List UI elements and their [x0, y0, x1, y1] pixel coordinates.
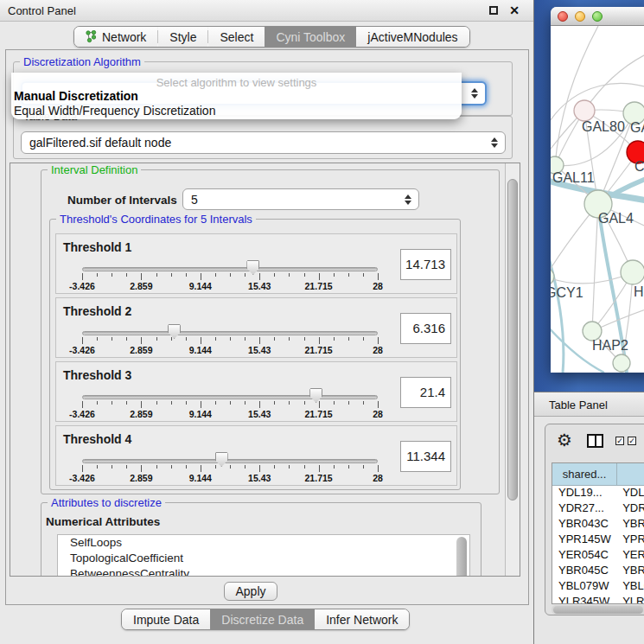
cell-name[interactable]: YLR3	[617, 595, 644, 604]
threshold-2-slider[interactable]: -3.4262.8599.14415.4321.71528	[82, 322, 378, 357]
tab-discretize-data[interactable]: Discretize Data	[210, 609, 315, 629]
network-canvas[interactable]: GAL80 GA C GAL11 GAL4 GCY1 H HAP2	[551, 26, 644, 373]
slider-ticks	[82, 273, 378, 281]
cell-name[interactable]: YBR0	[617, 517, 644, 532]
threshold-2-panel: Threshold 2 -3.4262.8599.14415.4321.7152…	[55, 297, 457, 358]
dropdown-option-equal-width[interactable]: Equal Width/Frequency Discretization	[14, 104, 215, 118]
threshold-3-slider[interactable]: -3.4262.8599.14415.4321.71528	[82, 386, 378, 421]
threshold-2-label: Threshold 2	[63, 304, 131, 318]
tab-jactivemnodules[interactable]: jActiveMNodules	[356, 27, 469, 47]
table-row[interactable]: YBR045C YBR0	[552, 564, 644, 579]
thresholds-title: Threshold's Coordinates for 5 Intervals	[56, 213, 256, 226]
cell-name[interactable]: YDR2	[617, 501, 644, 517]
tick-label: 21.715	[305, 473, 333, 483]
slider-track[interactable]	[82, 331, 378, 335]
table-data-value: galFiltered.sif default node	[29, 136, 171, 150]
tab-style[interactable]: Style	[158, 27, 207, 47]
threshold-4-value-field[interactable]: 11.344	[400, 441, 451, 472]
node-label: GAL80	[582, 119, 625, 134]
tab-impute-data-label: Impute Data	[133, 613, 199, 627]
tab-select[interactable]: Select	[208, 27, 265, 47]
columns-icon[interactable]	[587, 434, 603, 448]
zoom-traffic-light-icon[interactable]	[592, 11, 603, 22]
close-icon[interactable]: ✕	[509, 3, 520, 17]
table-row[interactable]: YDR27... YDR2	[552, 501, 644, 517]
minimize-traffic-light-icon[interactable]	[575, 11, 585, 22]
tab-infer-network[interactable]: Infer Network	[315, 609, 409, 629]
combo-arrows-icon	[404, 194, 411, 206]
table-row[interactable]: YPR145W YPR1	[552, 532, 644, 548]
cell-name[interactable]: YBL0	[617, 579, 644, 595]
node-label: H	[634, 284, 644, 299]
cell-shared-name[interactable]: YBR045C	[552, 564, 617, 579]
num-intervals-combobox[interactable]: 5	[182, 188, 419, 210]
cell-name[interactable]: YDL1	[617, 486, 644, 501]
scrollbar-thumb[interactable]	[507, 179, 518, 501]
node-bottom[interactable]	[613, 354, 630, 372]
checkbox-icon[interactable]: ✓	[628, 437, 636, 445]
numerical-attributes-list[interactable]: SelfLoopsTopologicalCoefficientBetweenne…	[57, 534, 470, 577]
settings-vertical-scrollbar[interactable]	[505, 163, 520, 576]
cell-shared-name[interactable]: YDL19...	[552, 486, 617, 501]
list-item[interactable]: SelfLoops	[58, 535, 469, 551]
node-gal80[interactable]	[574, 100, 595, 121]
checkbox-icon[interactable]: ✓	[615, 437, 624, 445]
tab-cyni-toolbox[interactable]: Cyni Toolbox	[265, 27, 356, 47]
apply-button[interactable]: Apply	[224, 582, 277, 601]
table-row[interactable]: YDL19... YDL1	[552, 486, 644, 501]
threshold-3-value-field[interactable]: 21.4	[400, 377, 451, 408]
table-horizontal-scrollbar[interactable]	[552, 605, 644, 615]
cell-shared-name[interactable]: YDR27...	[552, 501, 617, 517]
tick-label: 9.144	[189, 281, 212, 291]
tab-network-label: Network	[102, 30, 146, 44]
dropdown-option-manual[interactable]: Manual Discretization	[14, 89, 138, 103]
node-label: GCY1	[551, 285, 583, 300]
node-h[interactable]	[621, 260, 644, 284]
threshold-1-value-field[interactable]: 14.713	[400, 249, 451, 280]
list-scrollbar[interactable]	[456, 537, 467, 577]
control-panel-titlebar: Control Panel ✕	[0, 0, 533, 22]
tab-impute-data[interactable]: Impute Data	[122, 609, 210, 629]
table-data-combobox[interactable]: galFiltered.sif default node	[21, 131, 506, 154]
cell-shared-name[interactable]: YER054C	[552, 548, 617, 564]
node-gcy1[interactable]	[551, 268, 554, 285]
column-header-name[interactable]: na	[617, 463, 644, 486]
tick-label: 9.144	[189, 473, 212, 483]
cell-name[interactable]: YER0	[617, 548, 644, 564]
threshold-1-panel: Threshold 1 -3.4262.8599.14415.4321.7152…	[55, 233, 457, 294]
scrollbar-thumb[interactable]	[553, 606, 643, 614]
list-item[interactable]: BetweennessCentrality	[58, 566, 469, 577]
bottom-tabbar: Impute Data Discretize Data Infer Networ…	[121, 609, 410, 630]
threshold-1-slider[interactable]: -3.4262.8599.14415.4321.71528	[82, 258, 378, 293]
list-item[interactable]: TopologicalCoefficient	[58, 551, 469, 566]
table-body: YDL19... YDL1 YDR27... YDR2 YBR043C YBR0	[552, 486, 644, 604]
cell-shared-name[interactable]: YBL079W	[552, 579, 617, 595]
close-traffic-light-icon[interactable]	[558, 11, 568, 22]
table-row[interactable]: YBL079W YBL0	[552, 579, 644, 595]
cell-shared-name[interactable]: YPR145W	[552, 532, 617, 548]
network-window-titlebar	[551, 7, 644, 26]
slider-ticks	[82, 337, 378, 345]
network-nodes[interactable]	[551, 100, 644, 372]
table-row[interactable]: YBR043C YBR0	[552, 517, 644, 532]
cell-shared-name[interactable]: YBR043C	[552, 517, 617, 532]
tab-network[interactable]: Network	[74, 27, 157, 47]
cell-name[interactable]: YPR1	[617, 532, 644, 548]
slider-track[interactable]	[82, 267, 378, 271]
tick-label: 9.144	[189, 409, 212, 419]
top-tabbar: Network Style Select Cyni Toolbox jActiv…	[73, 26, 470, 48]
table-data-group: Table Data galFiltered.sif default node	[13, 116, 513, 159]
tick-label: 2.859	[130, 345, 152, 355]
table-row[interactable]: YLR345W YLR3	[552, 595, 644, 604]
slider-track[interactable]	[82, 459, 378, 463]
tick-label: 21.715	[305, 281, 333, 291]
gear-icon[interactable]: ⚙	[557, 430, 572, 450]
column-header-shared-name[interactable]: shared...	[552, 463, 617, 486]
cell-shared-name[interactable]: YLR345W	[552, 595, 617, 604]
float-window-icon[interactable]	[489, 6, 498, 15]
slider-track[interactable]	[82, 395, 378, 399]
threshold-4-slider[interactable]: -3.4262.8599.14415.4321.71528	[82, 450, 378, 485]
cell-name[interactable]: YBR0	[617, 564, 644, 579]
threshold-2-value-field[interactable]: 6.316	[400, 313, 451, 344]
table-row[interactable]: YER054C YER0	[552, 548, 644, 564]
